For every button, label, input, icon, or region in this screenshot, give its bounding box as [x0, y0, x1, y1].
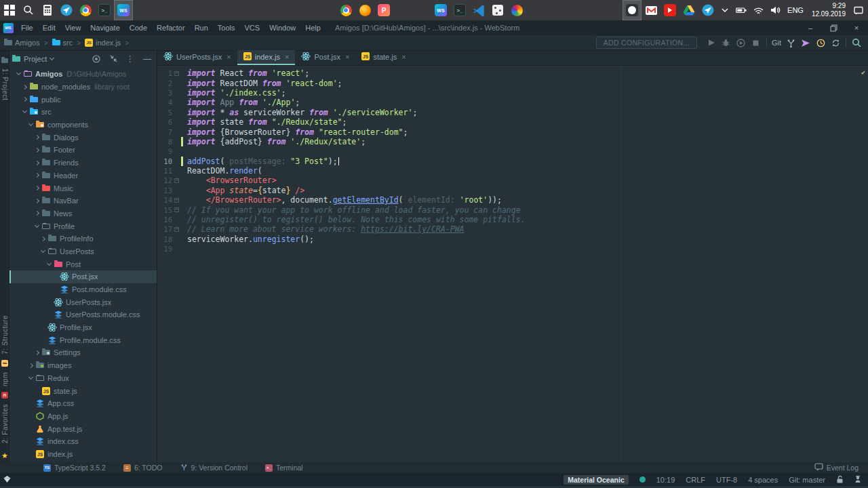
calculator-icon[interactable]	[38, 0, 57, 20]
expand-chevron[interactable]	[39, 251, 47, 252]
code-area[interactable]: ✔ 1−import React from 'react';2import Re…	[157, 66, 868, 462]
dice-icon[interactable]	[488, 0, 507, 20]
coverage-icon[interactable]	[734, 36, 749, 49]
restore-button[interactable]	[822, 20, 845, 35]
code-line-7[interactable]: 7import {BrowserRouter} from "react-rout…	[157, 127, 868, 136]
tree-item-dialogs[interactable]: Dialogs	[9, 131, 157, 144]
wifi-icon[interactable]	[750, 0, 767, 20]
code-line-12[interactable]: 12− <BrowserRouter>	[157, 176, 868, 185]
close-button[interactable]: ×	[845, 20, 868, 35]
expand-chevron[interactable]	[21, 85, 28, 89]
chrome2-icon[interactable]	[336, 0, 355, 20]
event-log-button[interactable]: Event Log	[814, 463, 859, 472]
add-configuration-button[interactable]: ADD CONFIGURATION...	[596, 37, 697, 49]
code-line-2[interactable]: 2import ReactDOM from 'react-dom';	[157, 78, 868, 87]
drive-icon[interactable]	[679, 0, 698, 20]
tree-item-navbar[interactable]: NavBar	[9, 195, 157, 207]
expand-chevron[interactable]	[27, 378, 35, 379]
options-kebab-icon[interactable]: ⋮	[123, 53, 137, 65]
code-line-9[interactable]: 9	[157, 146, 868, 156]
debug-icon[interactable]	[719, 36, 734, 49]
expand-chevron[interactable]	[21, 111, 28, 113]
expand-chevron[interactable]	[15, 73, 22, 75]
tree-item-index-js[interactable]: JSindex.js	[9, 448, 157, 461]
tab-state-js[interactable]: JSstate.js×	[355, 50, 412, 65]
menu-vcs[interactable]: VCS	[240, 20, 265, 35]
tree-item-images[interactable]: images	[9, 359, 157, 372]
tree-item-app-js[interactable]: App.js	[9, 410, 157, 423]
stripe-item-npm[interactable]: npm	[1, 372, 9, 386]
chevron-down-icon[interactable]	[50, 55, 54, 60]
stripe-item-structure[interactable]: 7: Structure	[1, 315, 9, 354]
code-line-4[interactable]: 4import App from './App';	[157, 98, 868, 107]
tab-close-icon[interactable]: ×	[285, 53, 289, 61]
menu-run[interactable]: Run	[190, 20, 213, 35]
breadcrumb-src[interactable]: src	[52, 39, 73, 47]
code-line-3[interactable]: 3import './index.css';	[157, 88, 868, 98]
menu-file[interactable]: File	[16, 20, 38, 35]
menu-edit[interactable]: Edit	[38, 20, 60, 35]
git-branch-widget[interactable]: Git: master	[789, 476, 825, 484]
search-everywhere-icon[interactable]	[849, 36, 864, 49]
line-ending[interactable]: CRLF	[686, 476, 705, 484]
git-branch-icon[interactable]	[783, 36, 798, 49]
code-line-17[interactable]: 17−// Learn more about service workers: …	[157, 224, 868, 234]
tree-item-userposts[interactable]: UserPosts	[9, 245, 157, 258]
expand-chevron[interactable]	[33, 148, 41, 152]
toolwindow-button-terminal[interactable]: >_Terminal	[265, 464, 303, 472]
inspections-ok-icon[interactable]: ✔	[861, 68, 865, 76]
menu-tools[interactable]: Tools	[213, 20, 240, 35]
code-line-18[interactable]: 18serviceWorker.unregister();	[157, 235, 868, 244]
code-line-10[interactable]: 10addPost( postMessage: "3 Post");	[157, 157, 868, 166]
expand-chevron[interactable]	[21, 98, 28, 101]
gmail-icon[interactable]	[642, 0, 660, 20]
terminal-icon[interactable]: >_	[95, 0, 114, 20]
rainbow-icon[interactable]	[507, 0, 526, 20]
tree-item-header[interactable]: Header	[9, 169, 157, 182]
fold-marker[interactable]: −	[172, 207, 181, 212]
accent-color-dot-icon[interactable]	[639, 476, 646, 483]
clock[interactable]: 9:29 12.09.2019	[807, 2, 850, 18]
webstorm-icon[interactable]: WS	[114, 0, 133, 20]
code-line-8[interactable]: 8import {addPost} from './Redux/state';	[157, 137, 868, 146]
tab-close-icon[interactable]: ×	[226, 53, 231, 61]
breadcrumb-amigos[interactable]: Amigos	[4, 39, 40, 47]
fold-marker[interactable]: −	[172, 71, 181, 76]
vscode-icon[interactable]	[469, 0, 488, 20]
menu-view[interactable]: View	[60, 20, 86, 35]
tab-index-js[interactable]: JSindex.js×	[237, 50, 296, 65]
tree-item-app-test-js[interactable]: App.test.js	[9, 422, 157, 435]
code-line-16[interactable]: 16// unregister() to register() below. N…	[157, 215, 868, 224]
run-icon[interactable]	[704, 36, 719, 49]
tree-item-profileinfo[interactable]: ProfileInfo	[9, 232, 157, 245]
tree-item-components[interactable]: components	[9, 119, 157, 131]
minimize-button[interactable]: –	[799, 20, 822, 35]
language-indicator[interactable]: ENG	[784, 0, 807, 20]
volume-icon[interactable]	[767, 0, 784, 20]
indent-setting[interactable]: 4 spaces	[748, 476, 778, 484]
hide-panel-icon[interactable]: —	[140, 53, 154, 65]
stripe-item-project[interactable]: 1: Project	[1, 68, 9, 100]
search-icon[interactable]	[19, 0, 38, 20]
menu-navigate[interactable]: Navigate	[85, 20, 124, 35]
menu-refactor[interactable]: Refactor	[152, 20, 190, 35]
tree-item-profile-jsx[interactable]: Profile.jsx	[9, 321, 157, 334]
locate-file-icon[interactable]	[90, 53, 103, 65]
menu-code[interactable]: Code	[125, 20, 152, 35]
code-line-15[interactable]: 15−// If you want your app to work offli…	[157, 205, 868, 214]
toolwindow-button-6-todo[interactable]: ≡6: TODO	[123, 464, 163, 472]
webstorm2-icon[interactable]: WS	[431, 0, 450, 20]
expand-chevron[interactable]	[33, 136, 41, 139]
readonly-lock-icon[interactable]	[836, 475, 844, 485]
tab-post-jsx[interactable]: Post.jsx×	[295, 50, 355, 65]
expand-chevron[interactable]	[33, 174, 41, 177]
code-line-6[interactable]: 6import state from "./Redux/state";	[157, 117, 868, 127]
toolwindow-switcher-icon[interactable]	[3, 475, 12, 485]
tree-item-amigos[interactable]: AmigosD:\GitHub\Amigos	[9, 68, 157, 81]
terminal2-icon[interactable]: >_	[450, 0, 469, 20]
code-line-14[interactable]: 14− </BrowserRouter>, document.getElemen…	[157, 195, 868, 205]
tree-item-profile-module-css[interactable]: Profile.module.css	[9, 333, 157, 346]
git-history-icon[interactable]	[813, 36, 828, 49]
expand-chevron[interactable]	[33, 351, 41, 354]
tree-item-public[interactable]: public	[9, 93, 157, 106]
